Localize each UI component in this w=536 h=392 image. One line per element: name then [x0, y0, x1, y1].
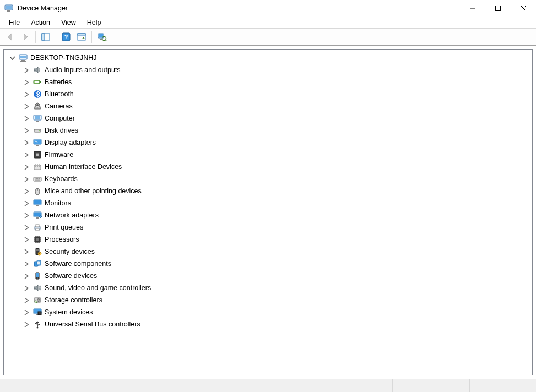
firmware-icon: [33, 150, 42, 160]
title-bar: Device Manager: [0, 0, 536, 17]
menu-action[interactable]: Action: [25, 18, 56, 28]
tree-category-node[interactable]: Human Interface Devices: [4, 161, 532, 173]
chevron-right-icon[interactable]: [23, 175, 30, 183]
tree-category-node[interactable]: Print queues: [4, 221, 532, 233]
tree-category-label: Batteries: [45, 78, 72, 86]
status-cell: [393, 379, 470, 392]
tree-category-node[interactable]: Mice and other pointing devices: [4, 185, 532, 197]
mouse-icon: [33, 186, 42, 196]
chevron-right-icon[interactable]: [23, 248, 30, 255]
tree-category-node[interactable]: Bluetooth: [4, 88, 532, 100]
tree-category-label: Software components: [45, 260, 111, 268]
chevron-right-icon[interactable]: [23, 115, 30, 122]
chevron-right-icon[interactable]: [23, 260, 30, 268]
tree-root-node[interactable]: DESKTOP-TNGJNHJ: [4, 52, 532, 64]
system-icon: [33, 307, 42, 317]
tree-category-label: Display adapters: [45, 139, 96, 146]
toolbar-separator: [91, 31, 92, 43]
chevron-down-icon[interactable]: [8, 54, 16, 62]
device-tree[interactable]: DESKTOP-TNGJNHJ Audio inputs and outputs…: [3, 49, 533, 375]
tree-category-node[interactable]: Storage controllers: [4, 294, 532, 306]
minimize-button[interactable]: [460, 0, 485, 16]
tree-category-node[interactable]: Computer: [4, 112, 532, 124]
chevron-right-icon[interactable]: [23, 320, 30, 328]
tree-category-node[interactable]: Monitors: [4, 197, 532, 209]
printer-icon: [33, 222, 42, 232]
tree-category-label: Audio inputs and outputs: [45, 66, 121, 74]
chevron-right-icon[interactable]: [23, 296, 30, 304]
tree-category-label: Keyboards: [45, 175, 78, 183]
chevron-right-icon[interactable]: [23, 66, 30, 74]
tree-category-label: Mice and other pointing devices: [45, 187, 142, 195]
chevron-right-icon[interactable]: [23, 308, 30, 316]
window-controls: [460, 0, 536, 16]
chevron-right-icon[interactable]: [23, 102, 30, 110]
tree-category-label: System devices: [45, 308, 93, 316]
toolbar-forward-button[interactable]: [19, 30, 32, 43]
storage-icon: [33, 295, 42, 305]
computer-icon: [18, 53, 28, 63]
svg-rect-75: [496, 6, 501, 10]
chevron-right-icon[interactable]: [23, 139, 30, 146]
tree-category-label: Computer: [45, 115, 75, 122]
tree-category-node[interactable]: Security devices: [4, 246, 532, 258]
chevron-right-icon[interactable]: [23, 211, 30, 219]
tree-category-node[interactable]: Software components: [4, 258, 532, 270]
hid-icon: [33, 162, 42, 172]
tree-category-node[interactable]: Audio inputs and outputs: [4, 64, 532, 76]
security-icon: [33, 247, 42, 257]
chevron-right-icon[interactable]: [23, 163, 30, 171]
chevron-right-icon[interactable]: [23, 272, 30, 280]
chevron-right-icon[interactable]: [23, 127, 30, 134]
chevron-right-icon[interactable]: [23, 199, 30, 207]
tree-category-node[interactable]: System devices: [4, 306, 532, 318]
tree-category-node[interactable]: Cameras: [4, 100, 532, 112]
maximize-button[interactable]: [485, 0, 511, 16]
tree-category-node[interactable]: Display adapters: [4, 137, 532, 149]
tree-root-label: DESKTOP-TNGJNHJ: [30, 54, 97, 62]
chevron-right-icon[interactable]: [23, 90, 30, 98]
chevron-right-icon[interactable]: [23, 236, 30, 243]
tree-category-node[interactable]: Disk drives: [4, 124, 532, 137]
tree-category-node[interactable]: Batteries: [4, 76, 532, 88]
tree-category-label: Print queues: [45, 224, 83, 231]
toolbar-back-button[interactable]: [3, 30, 17, 43]
tree-category-node[interactable]: Keyboards: [4, 173, 532, 185]
software-comp-icon: [33, 259, 42, 269]
tree-category-label: Software devices: [45, 272, 97, 280]
chevron-right-icon[interactable]: [23, 151, 30, 159]
menu-file[interactable]: File: [3, 18, 25, 28]
close-button[interactable]: [511, 0, 536, 16]
tree-category-label: Processors: [45, 236, 79, 243]
tree-category-node[interactable]: Software devices: [4, 270, 532, 282]
disk-icon: [33, 126, 42, 135]
chevron-right-icon[interactable]: [23, 284, 30, 292]
app-icon: [4, 4, 13, 13]
status-cell: [0, 379, 393, 392]
tree-category-node[interactable]: Processors: [4, 233, 532, 246]
tree-container: DESKTOP-TNGJNHJ Audio inputs and outputs…: [0, 45, 536, 379]
toolbar-action-button[interactable]: [75, 30, 88, 43]
toolbar-help-button[interactable]: [59, 30, 73, 43]
tree-category-label: Human Interface Devices: [45, 163, 122, 171]
chevron-right-icon[interactable]: [23, 78, 30, 86]
tree-category-node[interactable]: Sound, video and game controllers: [4, 282, 532, 294]
toolbar-console-tree-button[interactable]: [39, 30, 52, 43]
usb-icon: [33, 319, 42, 329]
menu-help[interactable]: Help: [82, 18, 107, 28]
tree-category-label: Storage controllers: [45, 296, 102, 304]
tree-category-label: Security devices: [45, 248, 95, 255]
tree-category-label: Sound, video and game controllers: [45, 284, 151, 292]
tree-category-label: Network adapters: [45, 211, 99, 219]
chevron-right-icon[interactable]: [23, 224, 30, 231]
camera-icon: [33, 101, 42, 111]
software-dev-icon: [33, 271, 42, 281]
cpu-icon: [33, 235, 42, 244]
tree-category-node[interactable]: Universal Serial Bus controllers: [4, 318, 532, 330]
toolbar-scan-button[interactable]: [95, 30, 109, 43]
tree-category-node[interactable]: Network adapters: [4, 209, 532, 221]
tree-category-node[interactable]: Firmware: [4, 149, 532, 161]
network-icon: [33, 210, 42, 220]
chevron-right-icon[interactable]: [23, 187, 30, 195]
menu-view[interactable]: View: [56, 18, 82, 28]
